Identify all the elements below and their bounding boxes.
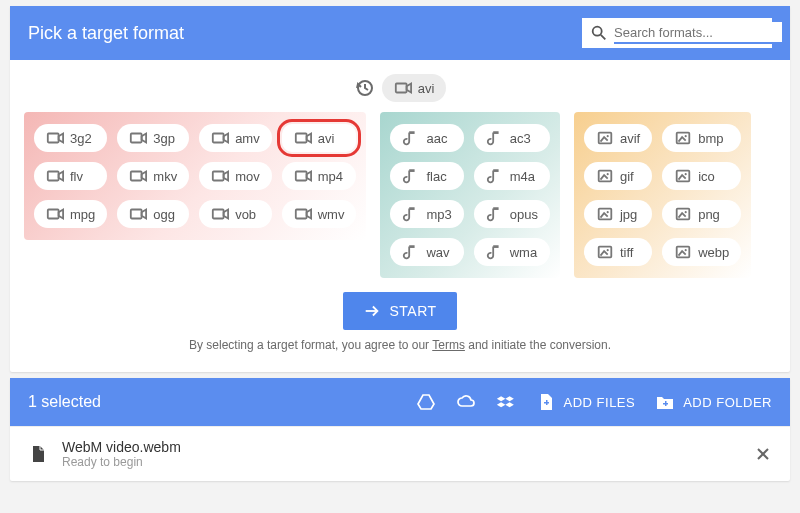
format-label: vob [235,207,256,222]
image-icon [674,129,692,147]
format-pill-mpg[interactable]: mpg [34,200,107,228]
video-icon [129,167,147,185]
format-pill-mkv[interactable]: mkv [117,162,189,190]
format-label: aac [426,131,447,146]
folder-add-icon [655,392,675,412]
format-label: wav [426,245,449,260]
audio-icon [402,243,420,261]
format-pill-ico[interactable]: ico [662,162,741,190]
format-pill-wav[interactable]: wav [390,238,463,266]
format-pill-mp3[interactable]: mp3 [390,200,463,228]
start-button[interactable]: START [343,292,456,330]
format-pill-avi[interactable]: avi [282,124,357,152]
format-label: jpg [620,207,637,222]
format-pill-3g2[interactable]: 3g2 [34,124,107,152]
format-pill-wma[interactable]: wma [474,238,550,266]
format-label: gif [620,169,634,184]
format-pill-ogg[interactable]: ogg [117,200,189,228]
format-label: 3g2 [70,131,92,146]
file-add-icon [536,392,556,412]
file-name: WebM video.webm [62,439,181,455]
format-pill-3gp[interactable]: 3gp [117,124,189,152]
video-icon [211,205,229,223]
format-pill-avif[interactable]: avif [584,124,652,152]
format-label: ico [698,169,715,184]
format-pill-webp[interactable]: webp [662,238,741,266]
format-pill-ac3[interactable]: ac3 [474,124,550,152]
format-pill-gif[interactable]: gif [584,162,652,190]
format-pill-flac[interactable]: flac [390,162,463,190]
google-drive-icon[interactable] [416,392,436,412]
files-toolbar: 1 selected ADD FILES ADD FOLDER [10,378,790,426]
video-icon [46,129,64,147]
format-pill-bmp[interactable]: bmp [662,124,741,152]
start-row: START [24,278,776,338]
selected-count: 1 selected [28,393,416,411]
audio-group: aacac3flacm4amp3opuswavwma [380,112,560,278]
recent-format-label: avi [418,81,435,96]
search-input[interactable] [614,22,782,44]
format-pill-mp4[interactable]: mp4 [282,162,357,190]
format-label: bmp [698,131,723,146]
format-label: opus [510,207,538,222]
image-icon [674,243,692,261]
cloud-icon[interactable] [456,392,476,412]
video-icon [394,79,412,97]
audio-icon [486,129,504,147]
format-pill-mov[interactable]: mov [199,162,272,190]
recent-format-pill[interactable]: avi [382,74,447,102]
format-label: avif [620,131,640,146]
history-icon[interactable] [354,78,374,98]
formats-content: avi 3g23gpamvaviflvmkvmovmp4mpgoggvobwmv… [10,60,790,372]
files-card: 1 selected ADD FILES ADD FOLDER WebM vid… [10,378,790,481]
format-label: mp4 [318,169,343,184]
audio-icon [402,205,420,223]
image-icon [596,129,614,147]
audio-icon [486,243,504,261]
format-pill-amv[interactable]: amv [199,124,272,152]
format-pill-m4a[interactable]: m4a [474,162,550,190]
format-pill-tiff[interactable]: tiff [584,238,652,266]
video-icon [211,167,229,185]
format-label: tiff [620,245,634,260]
format-label: avi [318,131,335,146]
search-box[interactable] [582,18,772,48]
recent-row: avi [24,70,776,112]
image-icon [596,205,614,223]
format-pill-opus[interactable]: opus [474,200,550,228]
format-label: mpg [70,207,95,222]
header: Pick a target format [10,6,790,60]
video-icon [46,167,64,185]
format-pill-flv[interactable]: flv [34,162,107,190]
terms-link[interactable]: Terms [432,338,465,352]
format-pill-aac[interactable]: aac [390,124,463,152]
format-label: 3gp [153,131,175,146]
image-group: avifbmpgificojpgpngtiffwebp [574,112,751,278]
audio-icon [402,129,420,147]
format-pill-wmv[interactable]: wmv [282,200,357,228]
video-group: 3g23gpamvaviflvmkvmovmp4mpgoggvobwmv [24,112,366,240]
arrow-right-icon [363,302,381,320]
video-icon [294,167,312,185]
format-label: mov [235,169,260,184]
image-icon [596,243,614,261]
video-icon [46,205,64,223]
file-status: Ready to begin [62,455,181,469]
format-label: m4a [510,169,535,184]
close-icon[interactable] [754,445,772,463]
agree-text: By selecting a target format, you agree … [24,338,776,358]
format-pill-png[interactable]: png [662,200,741,228]
format-label: webp [698,245,729,260]
add-files-button[interactable]: ADD FILES [536,392,636,412]
dropbox-icon[interactable] [496,392,516,412]
audio-icon [402,167,420,185]
format-label: flv [70,169,83,184]
format-label: flac [426,169,446,184]
add-folder-button[interactable]: ADD FOLDER [655,392,772,412]
video-icon [294,205,312,223]
image-icon [674,167,692,185]
video-icon [129,205,147,223]
format-label: png [698,207,720,222]
format-pill-jpg[interactable]: jpg [584,200,652,228]
format-pill-vob[interactable]: vob [199,200,272,228]
